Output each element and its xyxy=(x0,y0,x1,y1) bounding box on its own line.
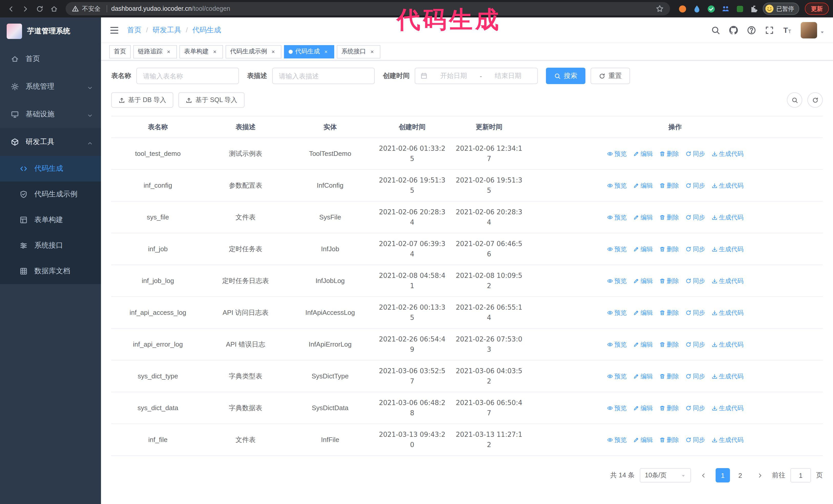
profile-paused-badge[interactable]: 已暂停 xyxy=(763,3,799,15)
table-name-input[interactable] xyxy=(136,68,239,84)
user-menu[interactable] xyxy=(801,22,825,38)
sidebar-subitem-0[interactable]: 代码生成 xyxy=(0,156,101,182)
close-icon[interactable] xyxy=(165,48,172,55)
close-icon[interactable] xyxy=(368,48,376,55)
sidebar-item-1[interactable]: 系统管理 xyxy=(0,73,101,100)
prev-page-button[interactable] xyxy=(696,468,711,482)
delete-link[interactable]: 删除 xyxy=(659,149,679,158)
refresh-table-button[interactable] xyxy=(807,92,823,108)
delete-link[interactable]: 删除 xyxy=(659,435,679,444)
extension-icon-puzzle[interactable] xyxy=(750,4,758,13)
import-sql-button[interactable]: 基于 SQL 导入 xyxy=(178,92,244,108)
preview-link[interactable]: 预览 xyxy=(607,181,627,190)
edit-link[interactable]: 编辑 xyxy=(633,403,653,412)
delete-link[interactable]: 删除 xyxy=(659,340,679,349)
edit-link[interactable]: 编辑 xyxy=(633,276,653,285)
fullscreen-icon[interactable] xyxy=(765,25,774,34)
sync-link[interactable]: 同步 xyxy=(685,213,705,222)
extension-icon-people[interactable] xyxy=(721,4,730,13)
generate-code-link[interactable]: 生成代码 xyxy=(711,213,743,222)
generate-code-link[interactable]: 生成代码 xyxy=(711,340,743,349)
close-icon[interactable] xyxy=(211,48,218,55)
sync-link[interactable]: 同步 xyxy=(685,403,705,412)
sidebar-item-3[interactable]: 研发工具 xyxy=(0,128,101,156)
goto-page-input[interactable] xyxy=(790,468,811,482)
delete-link[interactable]: 删除 xyxy=(659,276,679,285)
reset-button[interactable]: 重置 xyxy=(591,68,630,84)
generate-code-link[interactable]: 生成代码 xyxy=(711,244,743,254)
edit-link[interactable]: 编辑 xyxy=(633,244,653,254)
search-icon[interactable] xyxy=(711,25,720,34)
preview-link[interactable]: 预览 xyxy=(607,244,627,254)
sidebar-item-2[interactable]: 基础设施 xyxy=(0,100,101,128)
toggle-search-button[interactable] xyxy=(787,92,802,108)
github-icon[interactable] xyxy=(729,25,738,34)
forward-button[interactable] xyxy=(19,2,32,16)
extension-icon-green-square[interactable] xyxy=(735,4,744,13)
edit-link[interactable]: 编辑 xyxy=(633,181,653,190)
page-size-select[interactable]: 10条/页 xyxy=(640,468,691,482)
sidebar-subitem-1[interactable]: 代码生成示例 xyxy=(0,182,101,207)
generate-code-link[interactable]: 生成代码 xyxy=(711,276,743,285)
preview-link[interactable]: 预览 xyxy=(607,371,627,381)
generate-code-link[interactable]: 生成代码 xyxy=(711,371,743,381)
close-icon[interactable] xyxy=(323,48,330,55)
edit-link[interactable]: 编辑 xyxy=(633,371,653,381)
sidebar-subitem-4[interactable]: 数据库文档 xyxy=(0,258,101,284)
edit-link[interactable]: 编辑 xyxy=(633,340,653,349)
tab-1[interactable]: 链路追踪 xyxy=(133,45,177,58)
generate-code-link[interactable]: 生成代码 xyxy=(711,308,743,317)
edit-link[interactable]: 编辑 xyxy=(633,308,653,317)
close-icon[interactable] xyxy=(270,48,277,55)
sync-link[interactable]: 同步 xyxy=(685,371,705,381)
extension-icon-green-check[interactable] xyxy=(707,4,715,13)
generate-code-link[interactable]: 生成代码 xyxy=(711,435,743,444)
delete-link[interactable]: 删除 xyxy=(659,181,679,190)
generate-code-link[interactable]: 生成代码 xyxy=(711,403,743,412)
sync-link[interactable]: 同步 xyxy=(685,244,705,254)
search-button[interactable]: 搜索 xyxy=(546,68,586,84)
preview-link[interactable]: 预览 xyxy=(607,435,627,444)
table-desc-input[interactable] xyxy=(272,68,375,84)
extension-icon-blue-drop[interactable] xyxy=(692,4,701,13)
preview-link[interactable]: 预览 xyxy=(607,308,627,317)
bookmark-star-icon[interactable] xyxy=(656,5,664,13)
generate-code-link[interactable]: 生成代码 xyxy=(711,181,743,190)
sync-link[interactable]: 同步 xyxy=(685,435,705,444)
sync-link[interactable]: 同步 xyxy=(685,308,705,317)
preview-link[interactable]: 预览 xyxy=(607,340,627,349)
breadcrumb-item-0[interactable]: 首页 xyxy=(127,25,142,34)
hamburger-icon[interactable] xyxy=(109,25,119,35)
date-range-picker[interactable]: 开始日期 - 结束日期 xyxy=(415,68,538,84)
sync-link[interactable]: 同步 xyxy=(685,340,705,349)
preview-link[interactable]: 预览 xyxy=(607,213,627,222)
help-icon[interactable] xyxy=(747,25,756,34)
preview-link[interactable]: 预览 xyxy=(607,149,627,158)
delete-link[interactable]: 删除 xyxy=(659,308,679,317)
home-button[interactable] xyxy=(47,2,61,16)
tab-2[interactable]: 表单构建 xyxy=(180,45,223,58)
sidebar-subitem-3[interactable]: 系统接口 xyxy=(0,233,101,258)
import-db-button[interactable]: 基于 DB 导入 xyxy=(111,92,173,108)
browser-update-button[interactable]: 更新 xyxy=(805,3,829,15)
sidebar-item-0[interactable]: 首页 xyxy=(0,45,101,73)
edit-link[interactable]: 编辑 xyxy=(633,435,653,444)
back-button[interactable] xyxy=(4,2,18,16)
page-number-1[interactable]: 1 xyxy=(716,468,730,482)
reload-button[interactable] xyxy=(33,2,46,16)
breadcrumb-item-1[interactable]: 研发工具 xyxy=(152,25,181,34)
font-size-icon[interactable]: TT xyxy=(783,25,792,34)
delete-link[interactable]: 删除 xyxy=(659,244,679,254)
preview-link[interactable]: 预览 xyxy=(607,403,627,412)
delete-link[interactable]: 删除 xyxy=(659,403,679,412)
sync-link[interactable]: 同步 xyxy=(685,276,705,285)
preview-link[interactable]: 预览 xyxy=(607,276,627,285)
sidebar-subitem-2[interactable]: 表单构建 xyxy=(0,207,101,233)
sync-link[interactable]: 同步 xyxy=(685,181,705,190)
tab-0[interactable]: 首页 xyxy=(109,45,131,58)
extension-icon-orange-circle[interactable] xyxy=(678,4,687,13)
tab-5[interactable]: 系统接口 xyxy=(337,45,380,58)
delete-link[interactable]: 删除 xyxy=(659,213,679,222)
edit-link[interactable]: 编辑 xyxy=(633,213,653,222)
next-page-button[interactable] xyxy=(753,468,767,482)
